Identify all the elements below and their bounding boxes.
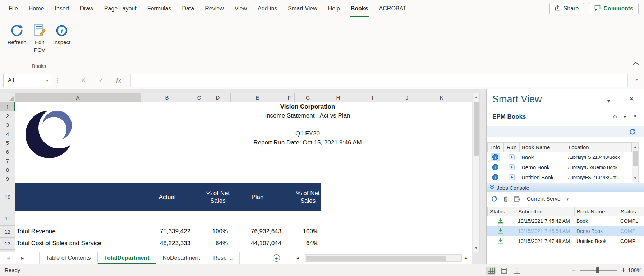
delete-job-icon[interactable] [502, 196, 509, 203]
scroll-down-icon[interactable]: ▼ [473, 244, 479, 252]
download-icon[interactable] [497, 238, 504, 245]
horizontal-scrollbar[interactable] [305, 254, 462, 262]
row-header-3[interactable]: 3 [0, 120, 15, 129]
tab-insert[interactable]: Insert [49, 0, 74, 17]
worksheet-grid[interactable]: Vision Corporation Income Statement - Ac… [15, 102, 472, 252]
page-layout-view-icon[interactable] [499, 267, 509, 275]
share-button[interactable]: Share [549, 3, 584, 14]
jobs-col-submitted[interactable]: Submitted [516, 207, 575, 216]
tab-books[interactable]: Books [345, 0, 374, 17]
download-icon[interactable] [497, 217, 504, 225]
inspect-button[interactable]: i Inspect [49, 20, 75, 46]
chevron-down-icon[interactable]: ▾ [46, 78, 48, 83]
info-icon[interactable]: i [491, 153, 500, 161]
jobs-col-status[interactable]: Status [618, 207, 644, 216]
zoom-out-icon[interactable]: − [572, 264, 576, 276]
run-icon[interactable] [507, 173, 516, 181]
books-col-run[interactable]: Run [503, 142, 520, 152]
info-icon[interactable]: i [491, 173, 500, 181]
row-header-13[interactable]: 13 [0, 238, 15, 250]
books-col-name[interactable]: Book Name [519, 142, 566, 152]
normal-view-icon[interactable] [486, 267, 496, 275]
tab-add-ins[interactable]: Add-ins [252, 0, 282, 17]
info-icon[interactable]: i [491, 163, 500, 171]
column-header-j[interactable]: J [390, 93, 424, 102]
scroll-down-icon[interactable]: ▼ [632, 174, 638, 182]
sheet-nav-right-icon[interactable]: ▸ [21, 252, 24, 264]
column-header-f[interactable]: F [284, 93, 295, 102]
row-header-9[interactable]: 9 [0, 174, 15, 183]
books-refresh-icon[interactable] [629, 128, 636, 137]
column-header-a[interactable]: A [15, 93, 141, 102]
column-header-e[interactable]: E [231, 93, 284, 102]
tab-page-layout[interactable]: Page Layout [99, 0, 142, 17]
sheet-tab-table-of-contents[interactable]: Table of Contents [39, 252, 98, 264]
export-job-icon[interactable] [514, 196, 520, 203]
sheet-tab-resc[interactable]: Resc ... [207, 252, 240, 264]
panel-menu-caret-icon[interactable]: ▾ [607, 98, 610, 104]
jobs-console-header[interactable]: Jobs Console [487, 183, 644, 192]
row-header-5[interactable]: 5 [0, 138, 15, 147]
tab-home[interactable]: Home [23, 0, 50, 17]
run-icon[interactable] [507, 153, 516, 161]
column-header-b[interactable]: B [141, 93, 193, 102]
run-icon[interactable] [507, 163, 516, 171]
page-break-view-icon[interactable] [512, 267, 521, 275]
home-icon[interactable]: ⌂ [613, 112, 617, 120]
breadcrumb-caret-icon[interactable]: ▾ [624, 115, 626, 119]
column-header-k[interactable]: K [424, 93, 459, 102]
name-box[interactable]: A1 ▾ [3, 74, 51, 87]
comments-button[interactable]: Comments [589, 3, 639, 14]
tab-data[interactable]: Data [176, 0, 199, 17]
row-header-4[interactable]: 4 [0, 129, 15, 138]
column-header-g[interactable]: G [295, 93, 321, 102]
cancel-icon[interactable]: ✕ [81, 74, 86, 87]
column-header-h[interactable]: H [321, 93, 355, 102]
sheet-tab-nodepartment[interactable]: NoDepartment [156, 252, 207, 264]
books-scroll-thumb[interactable] [633, 151, 638, 166]
sheet-tab-totaldepartment[interactable]: TotalDepartment [98, 252, 156, 264]
enter-icon[interactable]: ✓ [98, 74, 104, 87]
tab-smart-view[interactable]: Smart View [282, 0, 323, 17]
jobs-col-book-name[interactable]: Book Name [574, 207, 618, 216]
vertical-scroll-thumb[interactable] [474, 102, 479, 156]
jobs-refresh-icon[interactable] [491, 196, 497, 203]
tab-help[interactable]: Help [323, 0, 345, 17]
refresh-button[interactable]: Refresh [4, 20, 30, 46]
jobs-col-status-icon[interactable]: Status [487, 207, 516, 216]
sheet-nav-left-icon[interactable]: ◂ [7, 252, 10, 264]
server-selector[interactable]: Current Server ▾ [527, 196, 569, 202]
zoom-slider-thumb[interactable] [596, 267, 599, 273]
tab-acrobat[interactable]: ACROBAT [374, 0, 412, 17]
books-col-location[interactable]: Location [566, 142, 632, 152]
scroll-up-icon[interactable]: ▲ [473, 93, 479, 101]
insert-function-icon[interactable]: fx [116, 74, 121, 87]
row-header-2[interactable]: 2 [0, 111, 15, 120]
column-header-c[interactable]: C [193, 93, 205, 102]
column-header-d[interactable]: D [205, 93, 231, 102]
row-header-8[interactable]: 8 [0, 165, 15, 174]
expand-formula-bar-icon[interactable]: ▾ [636, 77, 638, 82]
epm-books-breadcrumb[interactable]: EPM Books [492, 113, 526, 120]
row-header-10[interactable]: 10 [0, 183, 15, 211]
tab-formulas[interactable]: Formulas [142, 0, 177, 17]
tab-review[interactable]: Review [199, 0, 229, 17]
books-col-info[interactable]: Info [487, 142, 504, 152]
hscroll-right-icon[interactable]: ▸ [465, 252, 468, 264]
tab-file[interactable]: File [3, 0, 23, 17]
row-header-6[interactable]: 6 [0, 147, 15, 156]
tab-view[interactable]: View [229, 0, 252, 17]
select-all-corner[interactable] [0, 93, 15, 102]
download-icon[interactable] [497, 227, 504, 235]
panel-overflow-icon[interactable]: » [633, 112, 636, 119]
scroll-up-icon[interactable]: ▲ [632, 143, 638, 151]
collapse-ribbon-button[interactable] [634, 61, 638, 68]
add-sheet-icon[interactable]: + [273, 254, 280, 262]
zoom-in-icon[interactable]: + [621, 264, 625, 276]
books-scrollbar[interactable]: ▲ ▼ [632, 142, 639, 182]
row-header-12[interactable]: 12 [0, 226, 15, 238]
row-header-1[interactable]: 1 [0, 102, 15, 111]
horizontal-scroll-thumb[interactable] [306, 256, 446, 261]
row-header-11[interactable]: 11 [0, 211, 15, 226]
formula-input[interactable] [130, 74, 628, 87]
